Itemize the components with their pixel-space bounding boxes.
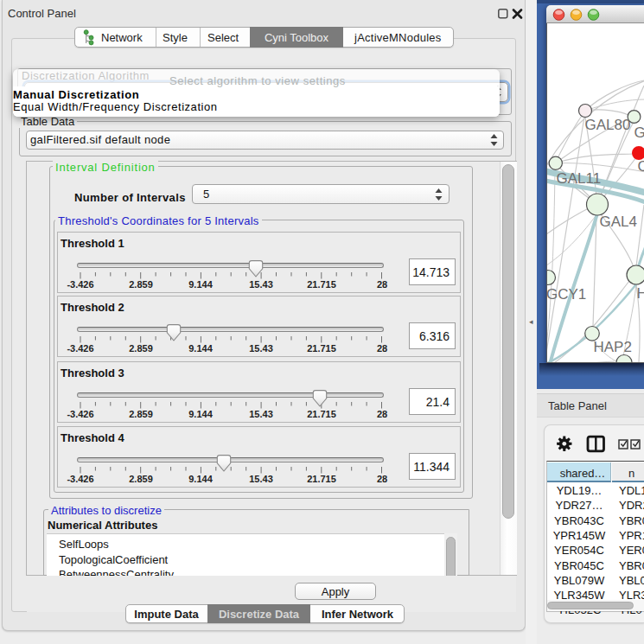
svg-text:H: H: [637, 285, 644, 302]
svg-text:GAL4: GAL4: [600, 214, 637, 230]
svg-text:GAL80: GAL80: [585, 117, 631, 133]
svg-text:C: C: [638, 158, 644, 175]
svg-text:GCY1: GCY1: [547, 286, 586, 303]
svg-text:GAL11: GAL11: [557, 170, 602, 187]
svg-text:HAP2: HAP2: [594, 339, 632, 355]
svg-text:GA: GA: [634, 124, 644, 141]
